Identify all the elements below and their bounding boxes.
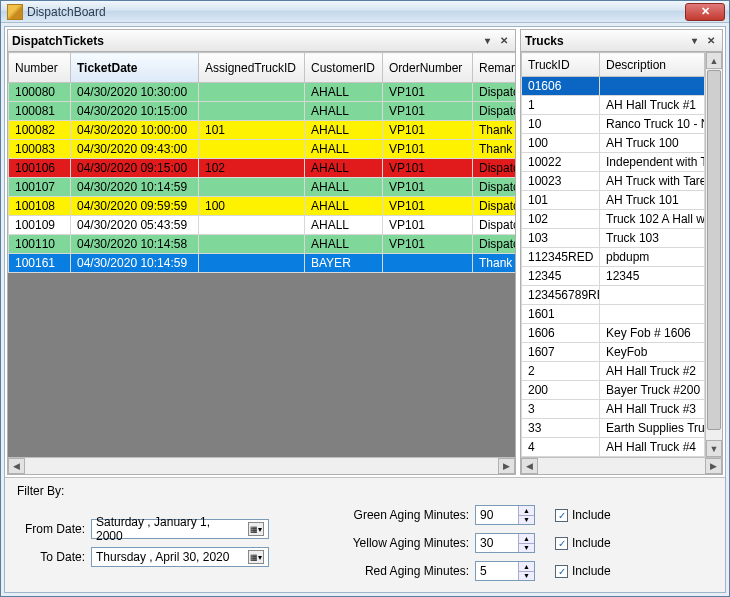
checkbox-icon[interactable]: ✓ — [555, 565, 568, 578]
calendar-icon[interactable]: ▦▾ — [248, 522, 264, 536]
table-cell[interactable]: AHALL — [305, 140, 383, 159]
table-cell[interactable]: 100107 — [9, 178, 71, 197]
table-row[interactable]: 10011004/30/2020 10:14:58AHALLVP101Dispa… — [9, 235, 516, 254]
table-cell[interactable]: 12345 — [522, 267, 600, 286]
table-cell[interactable]: 1606 — [522, 324, 600, 343]
table-cell[interactable]: VP101 — [383, 216, 473, 235]
trucks-grid[interactable]: TruckIDDescription 016061AH Hall Truck #… — [521, 52, 705, 457]
close-button[interactable]: ✕ — [685, 3, 725, 21]
table-row[interactable]: 200Bayer Truck #200 — [522, 381, 705, 400]
table-row[interactable]: 10008204/30/2020 10:00:00101AHALLVP101Th… — [9, 121, 516, 140]
table-cell[interactable]: AHALL — [305, 121, 383, 140]
include-green-checkbox[interactable]: ✓ Include — [555, 504, 611, 526]
table-cell[interactable]: AHALL — [305, 197, 383, 216]
table-cell[interactable]: 33 — [522, 419, 600, 438]
scroll-up-icon[interactable]: ▲ — [706, 52, 722, 69]
table-cell[interactable]: pbdupm — [600, 248, 705, 267]
red-aging-spinner[interactable]: 5 ▲▼ — [475, 561, 535, 581]
table-cell[interactable]: 1601 — [522, 305, 600, 324]
table-row[interactable]: 10008304/30/2020 09:43:00AHALLVP101Thank… — [9, 140, 516, 159]
to-date-picker[interactable]: Thursday , April 30, 2020 ▦▾ — [91, 547, 269, 567]
table-cell[interactable]: 1 — [522, 96, 600, 115]
spin-down-icon[interactable]: ▼ — [519, 516, 534, 525]
table-cell[interactable]: 103 — [522, 229, 600, 248]
table-cell[interactable]: 100161 — [9, 254, 71, 273]
table-cell[interactable]: 10022 — [522, 153, 600, 172]
tickets-hscroll[interactable]: ◀ ▶ — [8, 457, 515, 474]
table-cell[interactable]: 04/30/2020 10:15:00 — [71, 102, 199, 121]
table-row[interactable]: 1AH Hall Truck #1 — [522, 96, 705, 115]
table-cell[interactable]: 100083 — [9, 140, 71, 159]
table-cell[interactable]: 1607 — [522, 343, 600, 362]
spin-up-icon[interactable]: ▲ — [519, 534, 534, 544]
scroll-left-icon[interactable]: ◀ — [8, 458, 25, 474]
column-header[interactable]: Number — [9, 53, 71, 83]
table-row[interactable]: 10010904/30/2020 05:43:59AHALLVP101Dispa… — [9, 216, 516, 235]
spin-down-icon[interactable]: ▼ — [519, 572, 534, 581]
table-cell[interactable]: AHALL — [305, 216, 383, 235]
checkbox-icon[interactable]: ✓ — [555, 537, 568, 550]
table-row[interactable]: 1607KeyFob — [522, 343, 705, 362]
column-header[interactable]: Description — [600, 53, 705, 77]
panel-menu-icon[interactable]: ▾ — [687, 34, 701, 48]
table-cell[interactable]: Truck 102 A Hall wit — [600, 210, 705, 229]
table-cell[interactable]: 101 — [522, 191, 600, 210]
yellow-aging-spinner[interactable]: 30 ▲▼ — [475, 533, 535, 553]
table-cell[interactable]: 04/30/2020 10:14:58 — [71, 235, 199, 254]
column-header[interactable]: TicketDate — [71, 53, 199, 83]
include-red-checkbox[interactable]: ✓ Include — [555, 560, 611, 582]
table-cell[interactable]: 100082 — [9, 121, 71, 140]
table-cell[interactable]: 100106 — [9, 159, 71, 178]
table-cell[interactable] — [199, 83, 305, 102]
table-cell[interactable]: AH Truck 101 — [600, 191, 705, 210]
table-row[interactable]: 112345REDpbdupm — [522, 248, 705, 267]
table-cell[interactable]: 102 — [522, 210, 600, 229]
table-row[interactable]: 10008004/30/2020 10:30:00AHALLVP101Dispa… — [9, 83, 516, 102]
table-cell[interactable]: 12345 — [600, 267, 705, 286]
table-row[interactable]: 01606 — [522, 77, 705, 96]
panel-close-icon[interactable]: ✕ — [704, 34, 718, 48]
table-cell[interactable]: 101 — [199, 121, 305, 140]
calendar-icon[interactable]: ▦▾ — [248, 550, 264, 564]
table-cell[interactable]: VP101 — [383, 159, 473, 178]
table-row[interactable]: 1606Key Fob # 1606 — [522, 324, 705, 343]
table-cell[interactable] — [383, 254, 473, 273]
table-row[interactable]: 103Truck 103 — [522, 229, 705, 248]
table-cell[interactable]: AH Truck with Tare — [600, 172, 705, 191]
table-cell[interactable]: AH Hall Truck #1 — [600, 96, 705, 115]
table-row[interactable]: 100AH Truck 100 — [522, 134, 705, 153]
table-cell[interactable]: Bayer Truck #200 — [600, 381, 705, 400]
scroll-right-icon[interactable]: ▶ — [498, 458, 515, 474]
table-cell[interactable]: 04/30/2020 10:30:00 — [71, 83, 199, 102]
table-cell[interactable]: AH Hall Truck #4 — [600, 438, 705, 457]
table-cell[interactable]: 100110 — [9, 235, 71, 254]
table-cell[interactable]: 112345RED — [522, 248, 600, 267]
table-row[interactable]: 4AH Hall Truck #4 — [522, 438, 705, 457]
table-row[interactable]: 10016104/30/2020 10:14:59BAYERThank y — [9, 254, 516, 273]
green-aging-spinner[interactable]: 90 ▲▼ — [475, 505, 535, 525]
checkbox-icon[interactable]: ✓ — [555, 509, 568, 522]
table-cell[interactable]: VP101 — [383, 83, 473, 102]
column-header[interactable]: CustomerID — [305, 53, 383, 83]
table-cell[interactable]: 100 — [199, 197, 305, 216]
table-cell[interactable] — [600, 286, 705, 305]
table-cell[interactable]: 3 — [522, 400, 600, 419]
scroll-thumb[interactable] — [707, 70, 721, 430]
table-cell[interactable]: VP101 — [383, 140, 473, 159]
table-row[interactable]: 10022Independent with Ta — [522, 153, 705, 172]
table-row[interactable]: 10Ranco Truck 10 - N — [522, 115, 705, 134]
table-cell[interactable]: Key Fob # 1606 — [600, 324, 705, 343]
table-cell[interactable]: Dispatche — [473, 216, 516, 235]
table-row[interactable]: 2AH Hall Truck #2 — [522, 362, 705, 381]
table-cell[interactable]: 2 — [522, 362, 600, 381]
spin-down-icon[interactable]: ▼ — [519, 544, 534, 553]
table-cell[interactable]: 10 — [522, 115, 600, 134]
table-cell[interactable]: 4 — [522, 438, 600, 457]
table-cell[interactable]: Dispatche — [473, 159, 516, 178]
table-row[interactable]: 10010604/30/2020 09:15:00102AHALLVP101Di… — [9, 159, 516, 178]
table-row[interactable]: 3AH Hall Truck #3 — [522, 400, 705, 419]
tickets-grid[interactable]: NumberTicketDateAssignedTruckIDCustomerI… — [8, 52, 515, 273]
include-yellow-checkbox[interactable]: ✓ Include — [555, 532, 611, 554]
scroll-down-icon[interactable]: ▼ — [706, 440, 722, 457]
table-cell[interactable]: 102 — [199, 159, 305, 178]
